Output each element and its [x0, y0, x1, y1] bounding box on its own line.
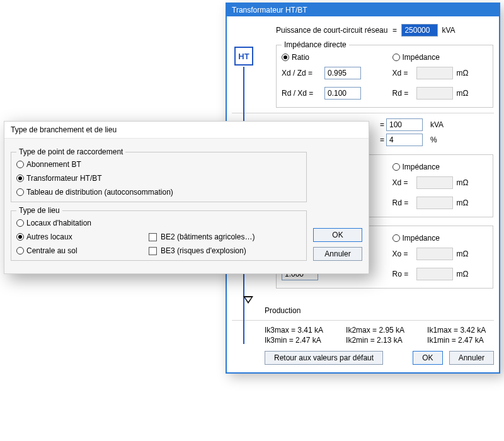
opt-autres-locaux[interactable]: Autres locaux — [16, 232, 149, 241]
pcc-label: Puissance de court-circuit réseau — [276, 26, 387, 35]
opt-tableau-distribution[interactable]: Tableau de distribution (autoconsommatio… — [16, 188, 301, 197]
ik3min-value: Ik3min = 2.47 kA — [265, 336, 323, 345]
rd-output — [416, 87, 453, 100]
ht-node-icon: HT — [234, 47, 253, 66]
transformer-dialog-title: Transformateur HT/BT — [227, 4, 499, 16]
ik1min-value: Ik1min = 2.47 kA — [427, 336, 486, 345]
impd-legend: Impédance directe — [282, 40, 349, 49]
location-type-group: Type de lieu Locaux d'habitation Autres … — [11, 206, 307, 261]
transformer-cancel-button[interactable]: Annuler — [449, 351, 494, 365]
transformer-ok-button[interactable]: OK — [413, 351, 442, 365]
connection-type-dialog: Type de branchement et de lieu Type de p… — [4, 121, 369, 274]
arrow-down-icon — [243, 296, 253, 304]
connection-cancel-button[interactable]: Annuler — [313, 247, 362, 261]
impd-ratio-radio[interactable]: Ratio — [282, 53, 377, 62]
reset-defaults-button[interactable]: Retour aux valeurs par défaut — [265, 351, 383, 365]
chk-be3[interactable]: BE3 (risques d'explosion) — [149, 246, 301, 255]
ik2max-value: Ik2max = 2.95 kA — [346, 326, 404, 335]
chk-be2[interactable]: BE2 (bâtiments agricoles…) — [149, 232, 301, 241]
rdxd-input[interactable] — [324, 87, 361, 100]
xdzd-input[interactable] — [324, 67, 361, 79]
impedance-directe-reseau-group: Impédance directe Ratio Xd / Zd = Rd / X… — [276, 40, 493, 108]
pcc-row: Puissance de court-circuit réseau = kVA — [276, 24, 494, 37]
opt-locaux-habitation[interactable]: Locaux d'habitation — [16, 219, 149, 227]
impd2-impedance-radio[interactable]: Impédance — [392, 163, 488, 171]
pcc-unit: kVA — [442, 26, 462, 35]
impd-impedance-radio[interactable]: Impédance — [392, 53, 488, 62]
opt-transformateur-htbt[interactable]: Transformateur HT/BT — [16, 174, 301, 183]
cc-input[interactable] — [386, 134, 423, 146]
ik3max-value: Ik3max = 3.41 kA — [265, 326, 323, 335]
connection-ok-button[interactable]: OK — [313, 228, 362, 242]
connection-type-title: Type de branchement et de lieu — [4, 122, 369, 139]
xd-output — [416, 67, 453, 79]
results-block: Ik3max = 3.41 kA Ik3min = 2.47 kA Ik2max… — [265, 326, 494, 345]
ik2min-value: Ik2min = 2.13 kA — [346, 336, 404, 345]
opt-abonnement-bt[interactable]: Abonnement BT — [16, 160, 301, 169]
imph-impedance-radio[interactable]: Impédance — [392, 234, 488, 243]
production-label: Production — [232, 306, 494, 315]
ik1max-value: Ik1max = 3.42 kA — [427, 326, 486, 335]
pcc-input[interactable] — [401, 24, 438, 37]
connection-point-group: Type de point de raccordement Abonnement… — [11, 147, 307, 202]
nominale-input[interactable] — [386, 118, 423, 131]
opt-centrale-au-sol[interactable]: Centrale au sol — [16, 246, 149, 255]
